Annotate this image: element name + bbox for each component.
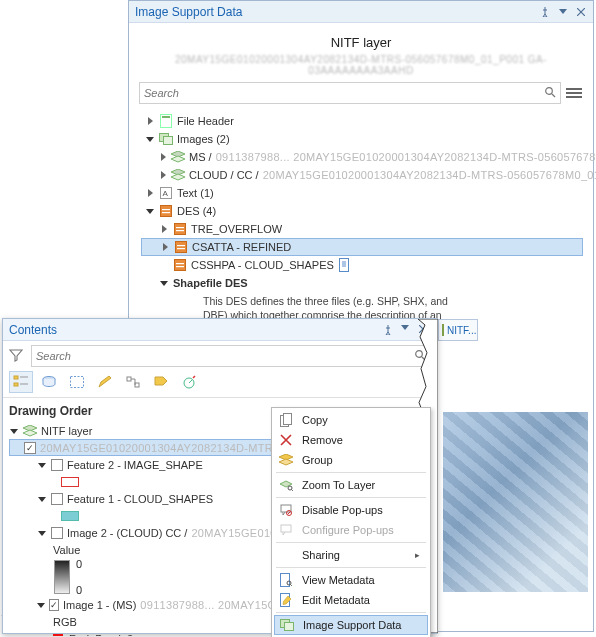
isd-menu-icon	[279, 617, 295, 633]
svg-rect-17	[176, 263, 184, 264]
collapse-icon[interactable]	[37, 600, 45, 610]
collapse-icon[interactable]	[37, 460, 47, 470]
value-top: 0	[76, 558, 82, 570]
menu-remove[interactable]: Remove	[274, 430, 428, 450]
list-by-perf-button[interactable]	[177, 371, 201, 393]
expand-icon[interactable]	[159, 170, 167, 180]
tree-des[interactable]: DES (4)	[141, 202, 583, 220]
des-item-icon	[174, 240, 188, 254]
value-bot: 0	[76, 584, 82, 596]
svg-rect-4	[164, 137, 173, 145]
svg-rect-25	[127, 377, 131, 381]
close-icon[interactable]	[575, 7, 587, 17]
panel-menu-icon[interactable]	[557, 7, 569, 17]
tree-des-tre[interactable]: TRE_OVERFLOW	[141, 220, 583, 238]
collapse-icon[interactable]	[9, 426, 19, 436]
menu-zoom-to-layer[interactable]: Zoom To Layer	[274, 475, 428, 495]
list-by-snapping-button[interactable]	[121, 371, 145, 393]
autohide-pin-icon[interactable]	[539, 7, 551, 17]
menu-disable-popups[interactable]: Disable Pop-ups	[274, 500, 428, 520]
tree-shapefile-hdr: Shapefile DES	[141, 274, 583, 292]
layer-context-menu: Copy Remove Group Zoom To Layer Disable …	[271, 407, 431, 637]
search-icon[interactable]	[414, 349, 426, 363]
layer-label: Image 1 - (MS)	[63, 599, 136, 611]
svg-rect-8	[162, 209, 170, 210]
list-by-source-button[interactable]	[37, 371, 61, 393]
list-by-drawing-order-button[interactable]	[9, 371, 33, 393]
tree-images-cloud[interactable]: CLOUD / CC / 20MAY15GE01020001304AY20821…	[141, 166, 583, 184]
isd-search-input[interactable]	[144, 87, 544, 99]
expand-icon[interactable]	[145, 188, 155, 198]
collapse-icon[interactable]	[37, 494, 47, 504]
layer-label: Feature 1 - CLOUD_SHAPES	[67, 493, 213, 505]
nitf-layer-tab[interactable]: NITF...	[438, 319, 478, 341]
tree-images[interactable]: Images (2)	[141, 130, 583, 148]
svg-rect-21	[14, 376, 18, 379]
isd-searchbox[interactable]	[139, 82, 561, 104]
group-layer-icon	[23, 424, 37, 438]
panel-menu-icon[interactable]	[401, 325, 413, 335]
expand-icon[interactable]	[160, 242, 170, 252]
menu-sharing[interactable]: Sharing	[274, 545, 428, 565]
visibility-checkbox[interactable]	[49, 599, 59, 611]
filter-icon[interactable]	[9, 348, 25, 364]
isd-sublabel: 20MAY15GE01020001304AY2082134D-MTRS-0560…	[139, 54, 583, 76]
tree-file-header[interactable]: File Header	[141, 112, 583, 130]
contents-toolbar	[3, 371, 437, 398]
list-by-selection-button[interactable]	[65, 371, 89, 393]
tree-images-ms[interactable]: MS / 0911387988... 20MAY15GE01020001304A…	[141, 148, 583, 166]
svg-rect-26	[135, 383, 139, 387]
tree-label: MS /	[189, 151, 212, 163]
menu-copy[interactable]: Copy	[274, 410, 428, 430]
visibility-checkbox[interactable]	[51, 459, 63, 471]
autohide-pin-icon[interactable]	[383, 325, 395, 335]
popup-configure-icon	[278, 522, 294, 538]
nitf-chip-label: NITF...	[447, 325, 476, 336]
expand-icon[interactable]	[159, 224, 169, 234]
layer-label: NITF layer	[41, 425, 92, 437]
menu-edit-metadata[interactable]: Edit Metadata	[274, 590, 428, 610]
menu-group[interactable]: Group	[274, 450, 428, 470]
close-icon[interactable]	[419, 325, 431, 335]
expand-icon[interactable]	[159, 152, 167, 162]
menu-image-support-data[interactable]: Image Support Data	[274, 615, 428, 635]
list-by-editing-button[interactable]	[93, 371, 117, 393]
visibility-checkbox[interactable]	[24, 442, 36, 454]
expand-icon[interactable]	[145, 116, 155, 126]
svg-rect-7	[161, 206, 172, 217]
group-icon	[278, 452, 294, 468]
layer-label: Image 2 - (CLOUD) CC /	[67, 527, 187, 539]
menu-configure-popups: Configure Pop-ups	[274, 520, 428, 540]
isd-layer-heading: NITF layer	[139, 35, 583, 50]
collapse-icon[interactable]	[145, 134, 155, 144]
visibility-checkbox[interactable]	[51, 493, 63, 505]
tree-text[interactable]: A Text (1)	[141, 184, 583, 202]
edit-meta-icon	[278, 592, 294, 608]
tree-label: File Header	[177, 115, 234, 127]
text-icon: A	[159, 186, 173, 200]
list-by-labeling-button[interactable]	[149, 371, 173, 393]
tree-des-csshpa[interactable]: CSSHPA - CLOUD_SHAPES	[141, 256, 583, 274]
svg-rect-9	[162, 212, 170, 213]
layer-stack-icon	[171, 168, 185, 182]
svg-rect-14	[177, 245, 185, 246]
search-icon[interactable]	[544, 86, 556, 100]
svg-point-20	[416, 351, 423, 358]
svg-rect-18	[176, 266, 184, 267]
doc-icon[interactable]	[338, 258, 352, 272]
menu-view-metadata[interactable]: View Metadata	[274, 570, 428, 590]
zoom-layer-icon	[278, 477, 294, 493]
tree-blurred: 0911387988... 20MAY15GE01020001304AY2082…	[216, 151, 596, 163]
tree-des-csatta[interactable]: CSATTA - REFINED	[141, 238, 583, 256]
collapse-icon[interactable]	[145, 206, 155, 216]
tree-label: CLOUD / CC /	[189, 169, 259, 181]
svg-rect-16	[175, 260, 186, 271]
collapse-icon[interactable]	[159, 278, 169, 288]
contents-search-input[interactable]	[36, 350, 414, 362]
visibility-checkbox[interactable]	[51, 527, 63, 539]
collapse-icon[interactable]	[37, 528, 47, 538]
contents-searchbox[interactable]	[31, 345, 431, 367]
svg-rect-29	[284, 414, 292, 425]
svg-rect-13	[176, 242, 187, 253]
options-menu-icon[interactable]	[565, 86, 583, 100]
